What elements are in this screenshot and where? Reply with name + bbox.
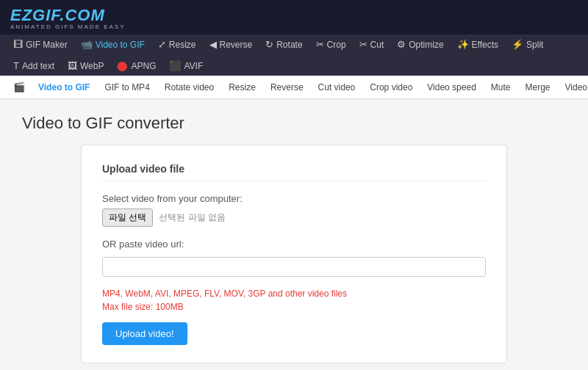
logo-com: .COM bbox=[60, 6, 104, 24]
split-icon: ⚡ bbox=[512, 39, 523, 50]
apng-icon: ⬤ bbox=[117, 60, 128, 71]
webp-icon: 🖼 bbox=[68, 60, 77, 71]
video-to-gif-icon: 📹 bbox=[81, 39, 93, 50]
url-label: OR paste video url: bbox=[102, 239, 486, 250]
cut-icon: ✂ bbox=[359, 39, 368, 50]
logo-tagline: ANIMATED GIFS MADE EASY bbox=[10, 23, 126, 30]
nav-add-text-label: Add text bbox=[22, 61, 54, 71]
nav-split[interactable]: ⚡ Split bbox=[506, 35, 549, 54]
nav-crop-label: Crop bbox=[327, 40, 346, 50]
main-content: Video to GIF converter Upload video file… bbox=[0, 99, 588, 370]
add-text-icon: T bbox=[13, 60, 19, 71]
rotate-icon: ↻ bbox=[265, 39, 273, 50]
sub-nav-cut-video[interactable]: Cut video bbox=[311, 78, 363, 97]
sub-nav: 🎬 Video to GIF GIF to MP4 Rotate video R… bbox=[0, 76, 588, 99]
file-name-label: 선택된 파일 없음 bbox=[159, 211, 226, 224]
nav-effects-label: Effects bbox=[472, 40, 498, 50]
sub-nav-resize[interactable]: Resize bbox=[221, 78, 263, 97]
gif-maker-icon: 🎞 bbox=[13, 39, 23, 50]
file-choose-button[interactable]: 파일 선택 bbox=[102, 208, 153, 227]
nav-apng[interactable]: ⬤ APNG bbox=[111, 56, 162, 76]
optimize-icon: ⚙ bbox=[397, 39, 406, 50]
crop-icon: ✂ bbox=[316, 39, 324, 50]
sub-nav-video-to-jpg[interactable]: Video to JPG bbox=[558, 78, 588, 97]
nav-video-to-gif[interactable]: 📹 Video to GIF bbox=[75, 35, 151, 54]
nav-video-to-gif-label: Video to GIF bbox=[96, 40, 145, 50]
main-nav: 🎞 GIF Maker 📹 Video to GIF ⤢ Resize ◀ Re… bbox=[0, 35, 588, 76]
reverse-icon: ◀ bbox=[209, 39, 217, 50]
sub-nav-video-to-gif[interactable]: Video to GIF bbox=[31, 78, 97, 97]
site-header: EZGIF.COM ANIMATED GIFS MADE EASY bbox=[0, 0, 588, 35]
upload-box: Upload video file Select video from your… bbox=[81, 145, 507, 363]
nav-split-label: Split bbox=[526, 40, 543, 50]
sub-nav-mute[interactable]: Mute bbox=[484, 78, 518, 97]
nav-optimize[interactable]: ⚙ Optimize bbox=[391, 35, 449, 54]
nav-avif[interactable]: ⬛ AVIF bbox=[163, 56, 209, 76]
nav-cut[interactable]: ✂ Cut bbox=[354, 35, 390, 54]
nav-optimize-label: Optimize bbox=[409, 40, 443, 50]
file-input-row: 파일 선택 선택된 파일 없음 bbox=[102, 208, 486, 227]
nav-add-text[interactable]: T Add text bbox=[7, 56, 60, 76]
nav-reverse-label: Reverse bbox=[220, 40, 253, 50]
nav-rotate-label: Rotate bbox=[276, 40, 302, 50]
filesize-text: Max file size: 100MB bbox=[102, 302, 486, 312]
sub-nav-reverse[interactable]: Reverse bbox=[263, 78, 311, 97]
nav-crop[interactable]: ✂ Crop bbox=[310, 35, 352, 54]
nav-rotate[interactable]: ↻ Rotate bbox=[259, 35, 308, 54]
url-group: OR paste video url: bbox=[102, 239, 486, 277]
upload-box-title: Upload video file bbox=[102, 163, 486, 181]
upload-button[interactable]: Upload video! bbox=[102, 322, 187, 345]
effects-icon: ✨ bbox=[457, 39, 469, 50]
file-select-label: Select video from your computer: bbox=[102, 193, 486, 204]
sub-nav-merge[interactable]: Merge bbox=[518, 78, 558, 97]
sub-nav-gif-to-mp4[interactable]: GIF to MP4 bbox=[97, 78, 157, 97]
nav-apng-label: APNG bbox=[131, 61, 156, 71]
sub-nav-crop-video[interactable]: Crop video bbox=[362, 78, 420, 97]
formats-text: MP4, WebM, AVI, MPEG, FLV, MOV, 3GP and … bbox=[102, 289, 486, 299]
resize-icon: ⤢ bbox=[158, 39, 166, 50]
page-title: Video to GIF converter bbox=[22, 114, 566, 133]
nav-reverse[interactable]: ◀ Reverse bbox=[204, 35, 259, 54]
logo: EZGIF.COM ANIMATED GIFS MADE EASY bbox=[10, 6, 126, 30]
url-input[interactable] bbox=[102, 257, 486, 277]
nav-avif-label: AVIF bbox=[184, 61, 203, 71]
logo-ezgif: EZGIF bbox=[10, 6, 60, 24]
nav-gif-maker-label: GIF Maker bbox=[26, 40, 68, 50]
nav-gif-maker[interactable]: 🎞 GIF Maker bbox=[7, 35, 74, 54]
logo-text: EZGIF.COM bbox=[10, 6, 126, 25]
nav-effects[interactable]: ✨ Effects bbox=[451, 35, 504, 54]
sub-nav-rotate-video[interactable]: Rotate video bbox=[157, 78, 221, 97]
nav-resize-label: Resize bbox=[169, 40, 196, 50]
nav-webp-label: WebP bbox=[80, 61, 104, 71]
file-select-group: Select video from your computer: 파일 선택 선… bbox=[102, 193, 486, 227]
sub-nav-video-speed[interactable]: Video speed bbox=[420, 78, 484, 97]
avif-icon: ⬛ bbox=[169, 60, 181, 71]
nav-webp[interactable]: 🖼 WebP bbox=[62, 56, 110, 76]
nav-cut-label: Cut bbox=[370, 40, 384, 50]
nav-resize[interactable]: ⤢ Resize bbox=[152, 35, 202, 54]
sub-nav-video-icon: 🎬 bbox=[7, 77, 31, 97]
